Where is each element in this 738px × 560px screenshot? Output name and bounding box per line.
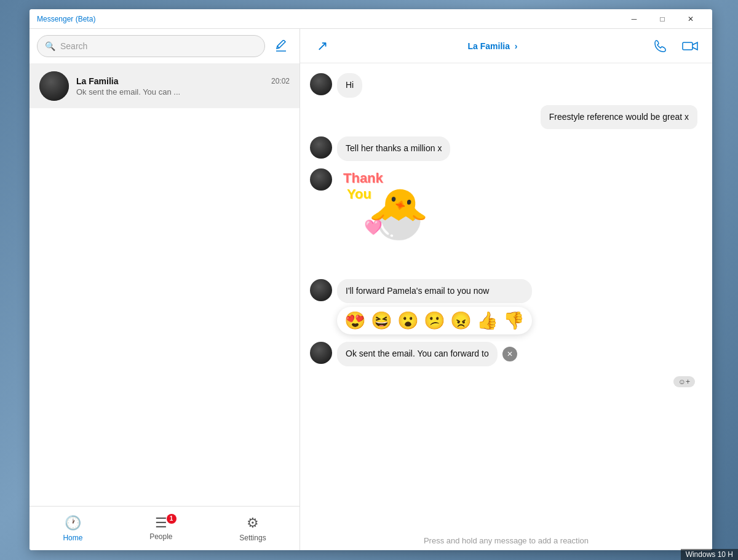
message-bubble: Tell her thanks a million x — [337, 136, 450, 161]
conv-preview: Ok sent the email. You can ... — [76, 87, 290, 97]
search-placeholder: Search — [60, 41, 257, 51]
avatar — [39, 71, 69, 101]
settings-icon: ⚙ — [247, 515, 259, 531]
message-row: I'll forward Pamela's email to you now 😍… — [310, 279, 702, 335]
chat-hint: Press and hold any message to add a reac… — [300, 531, 712, 550]
svg-rect-1 — [683, 42, 692, 50]
compose-icon — [275, 40, 287, 52]
conv-name: La Familia — [76, 76, 118, 86]
chat-header-actions — [648, 34, 702, 58]
nav-label-people: People — [149, 532, 172, 541]
message-text: Freestyle reference would be great x — [549, 112, 689, 122]
message-text: I'll forward Pamela's email to you now — [346, 286, 489, 296]
people-badge: 1 — [167, 514, 177, 524]
title-bar: Messenger (Beta) ─ □ ✕ — [30, 9, 712, 29]
message-group: I'll forward Pamela's email to you now 😍… — [337, 279, 532, 335]
search-area: 🔍 Search — [30, 29, 300, 64]
chevron-icon: › — [512, 41, 518, 51]
message-bubble: Hi — [337, 73, 362, 98]
message-bubble: Ok sent the email. You can forward to — [337, 342, 498, 366]
search-box[interactable]: 🔍 Search — [37, 35, 265, 57]
add-reaction-button[interactable]: ☺+ — [673, 376, 695, 387]
message-bubble: I'll forward Pamela's email to you now — [337, 279, 532, 304]
avatar — [310, 136, 332, 159]
hint-text: Press and hold any message to add a reac… — [424, 536, 589, 545]
reaction-laugh[interactable]: 😆 — [371, 310, 392, 331]
message-text: Tell her thanks a million x — [346, 143, 442, 153]
nav-item-settings[interactable]: ⚙ Settings — [227, 510, 278, 547]
sticker-heart: 🩷 — [364, 219, 383, 236]
avatar-circle — [39, 71, 69, 101]
video-icon — [682, 41, 698, 52]
video-call-button[interactable] — [678, 34, 702, 58]
home-icon: 🕐 — [65, 515, 81, 531]
windows-taskbar-label: Windows 10 H — [681, 549, 738, 560]
app-title: Messenger (Beta) — [37, 15, 620, 23]
phone-icon — [654, 39, 667, 53]
conversation-item[interactable]: La Familia 20:02 Ok sent the email. You … — [30, 64, 300, 108]
nav-label-settings: Settings — [239, 534, 266, 542]
sticker-row: Thank You 🐣 🩷 — [310, 168, 702, 272]
message-row: Freestyle reference would be great x — [310, 105, 702, 130]
reaction-thumbsup[interactable]: 👍 — [477, 310, 498, 331]
chat-panel: ↗ La Familia › — [300, 29, 712, 550]
expand-button[interactable]: ↗ — [310, 34, 335, 58]
avatar — [310, 73, 332, 95]
reaction-sad[interactable]: 😕 — [424, 310, 445, 331]
conversation-list: La Familia 20:02 Ok sent the email. You … — [30, 64, 300, 506]
minimize-button[interactable]: ─ — [620, 9, 648, 29]
message-row: Tell her thanks a million x — [310, 136, 702, 161]
chat-title: La Familia › — [335, 39, 648, 52]
search-icon: 🔍 — [45, 41, 55, 51]
avatar — [310, 342, 332, 364]
message-row: Hi — [310, 73, 702, 98]
bottom-nav: 🕐 Home 1 ☰ People ⚙ Settings — [30, 506, 300, 550]
message-bubble: Freestyle reference would be great x — [541, 105, 697, 130]
message-text: Ok sent the email. You can forward to — [346, 349, 489, 358]
sticker-container: Thank You 🐣 🩷 — [337, 168, 435, 272]
nav-item-people[interactable]: 1 ☰ People — [137, 511, 184, 546]
compose-button[interactable] — [270, 35, 292, 57]
message-row: Ok sent the email. You can forward to ✕ — [310, 342, 702, 366]
last-message-container: Ok sent the email. You can forward to ✕ — [337, 342, 517, 366]
main-content: 🔍 Search L — [30, 29, 712, 550]
maximize-button[interactable]: □ — [648, 9, 676, 29]
reaction-thumbsdown[interactable]: 👎 — [503, 310, 525, 331]
reaction-wow[interactable]: 😮 — [397, 310, 419, 331]
messages-area[interactable]: Hi Freestyle reference would be great x … — [300, 63, 712, 531]
conv-details: La Familia 20:02 Ok sent the email. You … — [76, 76, 290, 97]
voice-call-button[interactable] — [648, 34, 673, 58]
conv-time: 20:02 — [271, 77, 290, 85]
nav-item-home[interactable]: 🕐 Home — [50, 510, 95, 547]
app-window: Messenger (Beta) ─ □ ✕ 🔍 Search — [30, 9, 712, 550]
reaction-bar: 😍 😆 😮 😕 😠 👍 👎 — [337, 307, 532, 334]
sidebar: 🔍 Search L — [30, 29, 300, 550]
close-button[interactable]: ✕ — [676, 9, 705, 29]
close-message-button[interactable]: ✕ — [502, 347, 517, 361]
chat-header: ↗ La Familia › — [300, 29, 712, 63]
reaction-angry[interactable]: 😠 — [450, 310, 472, 331]
sticker-text-thank: Thank — [343, 171, 383, 186]
reaction-love[interactable]: 😍 — [344, 310, 366, 331]
sticker: Thank You 🐣 🩷 — [337, 171, 435, 269]
message-text: Hi — [346, 80, 354, 90]
avatar — [310, 168, 332, 191]
avatar — [310, 279, 332, 301]
add-reaction-area: ☺+ — [310, 376, 702, 387]
conv-header: La Familia 20:02 — [76, 76, 290, 86]
nav-label-home: Home — [63, 534, 82, 542]
people-icon: ☰ — [155, 516, 167, 530]
window-controls: ─ □ ✕ — [620, 9, 705, 29]
